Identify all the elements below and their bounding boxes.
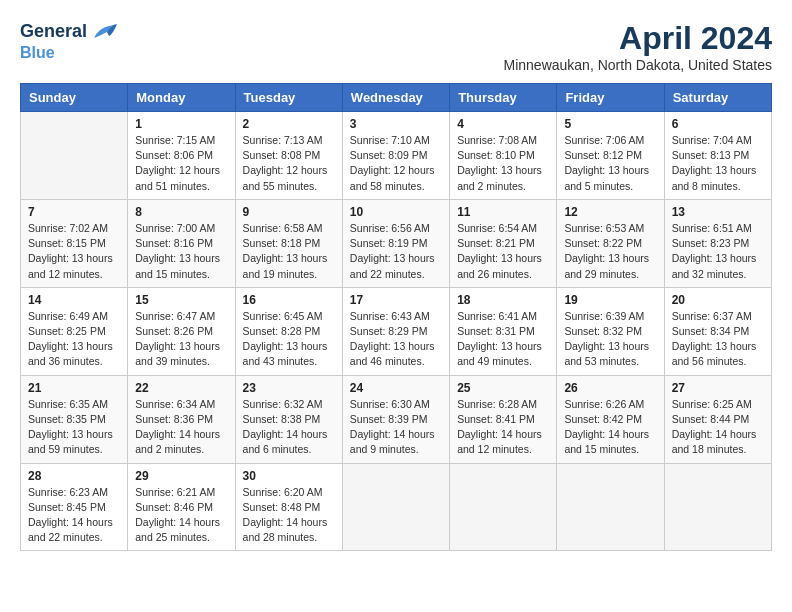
column-header-sunday: Sunday (21, 84, 128, 112)
day-number: 21 (28, 381, 120, 395)
column-header-wednesday: Wednesday (342, 84, 449, 112)
calendar-cell: 1Sunrise: 7:15 AMSunset: 8:06 PMDaylight… (128, 112, 235, 200)
day-detail: Sunrise: 6:21 AMSunset: 8:46 PMDaylight:… (135, 485, 227, 546)
day-detail: Sunrise: 6:58 AMSunset: 8:18 PMDaylight:… (243, 221, 335, 282)
calendar-cell: 23Sunrise: 6:32 AMSunset: 8:38 PMDayligh… (235, 375, 342, 463)
day-detail: Sunrise: 6:30 AMSunset: 8:39 PMDaylight:… (350, 397, 442, 458)
calendar-cell: 2Sunrise: 7:13 AMSunset: 8:08 PMDaylight… (235, 112, 342, 200)
day-number: 7 (28, 205, 120, 219)
calendar-cell: 4Sunrise: 7:08 AMSunset: 8:10 PMDaylight… (450, 112, 557, 200)
main-title: April 2024 (504, 20, 772, 57)
day-number: 25 (457, 381, 549, 395)
day-detail: Sunrise: 6:56 AMSunset: 8:19 PMDaylight:… (350, 221, 442, 282)
day-number: 30 (243, 469, 335, 483)
day-detail: Sunrise: 6:26 AMSunset: 8:42 PMDaylight:… (564, 397, 656, 458)
day-number: 22 (135, 381, 227, 395)
day-detail: Sunrise: 7:15 AMSunset: 8:06 PMDaylight:… (135, 133, 227, 194)
subtitle: Minnewaukan, North Dakota, United States (504, 57, 772, 73)
day-detail: Sunrise: 6:28 AMSunset: 8:41 PMDaylight:… (457, 397, 549, 458)
day-number: 1 (135, 117, 227, 131)
calendar-cell: 7Sunrise: 7:02 AMSunset: 8:15 PMDaylight… (21, 199, 128, 287)
day-number: 11 (457, 205, 549, 219)
day-number: 27 (672, 381, 764, 395)
calendar-cell: 27Sunrise: 6:25 AMSunset: 8:44 PMDayligh… (664, 375, 771, 463)
day-number: 13 (672, 205, 764, 219)
calendar-header-row: SundayMondayTuesdayWednesdayThursdayFrid… (21, 84, 772, 112)
day-number: 20 (672, 293, 764, 307)
calendar-cell: 25Sunrise: 6:28 AMSunset: 8:41 PMDayligh… (450, 375, 557, 463)
calendar-cell: 24Sunrise: 6:30 AMSunset: 8:39 PMDayligh… (342, 375, 449, 463)
day-detail: Sunrise: 6:25 AMSunset: 8:44 PMDaylight:… (672, 397, 764, 458)
day-number: 2 (243, 117, 335, 131)
title-area: April 2024 Minnewaukan, North Dakota, Un… (504, 20, 772, 73)
day-number: 26 (564, 381, 656, 395)
calendar-cell: 10Sunrise: 6:56 AMSunset: 8:19 PMDayligh… (342, 199, 449, 287)
calendar-cell: 14Sunrise: 6:49 AMSunset: 8:25 PMDayligh… (21, 287, 128, 375)
calendar-cell: 30Sunrise: 6:20 AMSunset: 8:48 PMDayligh… (235, 463, 342, 551)
day-number: 16 (243, 293, 335, 307)
column-header-monday: Monday (128, 84, 235, 112)
calendar-cell: 21Sunrise: 6:35 AMSunset: 8:35 PMDayligh… (21, 375, 128, 463)
day-number: 24 (350, 381, 442, 395)
logo-bird-icon (89, 20, 119, 44)
calendar-cell: 29Sunrise: 6:21 AMSunset: 8:46 PMDayligh… (128, 463, 235, 551)
logo-blue-text: Blue (20, 44, 119, 62)
calendar-cell: 12Sunrise: 6:53 AMSunset: 8:22 PMDayligh… (557, 199, 664, 287)
calendar-cell (450, 463, 557, 551)
calendar-cell (664, 463, 771, 551)
day-number: 14 (28, 293, 120, 307)
calendar-cell: 11Sunrise: 6:54 AMSunset: 8:21 PMDayligh… (450, 199, 557, 287)
page-header: General Blue April 2024 Minnewaukan, Nor… (20, 20, 772, 73)
calendar-week-4: 21Sunrise: 6:35 AMSunset: 8:35 PMDayligh… (21, 375, 772, 463)
day-number: 4 (457, 117, 549, 131)
day-detail: Sunrise: 6:53 AMSunset: 8:22 PMDaylight:… (564, 221, 656, 282)
calendar-table: SundayMondayTuesdayWednesdayThursdayFrid… (20, 83, 772, 551)
day-detail: Sunrise: 7:08 AMSunset: 8:10 PMDaylight:… (457, 133, 549, 194)
day-number: 17 (350, 293, 442, 307)
calendar-cell: 19Sunrise: 6:39 AMSunset: 8:32 PMDayligh… (557, 287, 664, 375)
day-number: 12 (564, 205, 656, 219)
calendar-cell: 3Sunrise: 7:10 AMSunset: 8:09 PMDaylight… (342, 112, 449, 200)
day-detail: Sunrise: 7:04 AMSunset: 8:13 PMDaylight:… (672, 133, 764, 194)
calendar-cell: 5Sunrise: 7:06 AMSunset: 8:12 PMDaylight… (557, 112, 664, 200)
day-number: 18 (457, 293, 549, 307)
calendar-cell (21, 112, 128, 200)
day-detail: Sunrise: 7:06 AMSunset: 8:12 PMDaylight:… (564, 133, 656, 194)
calendar-cell: 28Sunrise: 6:23 AMSunset: 8:45 PMDayligh… (21, 463, 128, 551)
calendar-week-2: 7Sunrise: 7:02 AMSunset: 8:15 PMDaylight… (21, 199, 772, 287)
day-detail: Sunrise: 7:00 AMSunset: 8:16 PMDaylight:… (135, 221, 227, 282)
day-number: 19 (564, 293, 656, 307)
day-detail: Sunrise: 6:32 AMSunset: 8:38 PMDaylight:… (243, 397, 335, 458)
day-detail: Sunrise: 7:13 AMSunset: 8:08 PMDaylight:… (243, 133, 335, 194)
logo: General Blue (20, 20, 119, 62)
logo-text: General (20, 20, 119, 44)
day-detail: Sunrise: 6:43 AMSunset: 8:29 PMDaylight:… (350, 309, 442, 370)
calendar-cell: 26Sunrise: 6:26 AMSunset: 8:42 PMDayligh… (557, 375, 664, 463)
day-number: 3 (350, 117, 442, 131)
calendar-cell: 6Sunrise: 7:04 AMSunset: 8:13 PMDaylight… (664, 112, 771, 200)
day-detail: Sunrise: 6:39 AMSunset: 8:32 PMDaylight:… (564, 309, 656, 370)
day-detail: Sunrise: 6:41 AMSunset: 8:31 PMDaylight:… (457, 309, 549, 370)
day-number: 29 (135, 469, 227, 483)
column-header-saturday: Saturday (664, 84, 771, 112)
calendar-cell (342, 463, 449, 551)
day-number: 6 (672, 117, 764, 131)
day-detail: Sunrise: 6:37 AMSunset: 8:34 PMDaylight:… (672, 309, 764, 370)
calendar-cell: 17Sunrise: 6:43 AMSunset: 8:29 PMDayligh… (342, 287, 449, 375)
calendar-week-5: 28Sunrise: 6:23 AMSunset: 8:45 PMDayligh… (21, 463, 772, 551)
column-header-friday: Friday (557, 84, 664, 112)
calendar-cell: 13Sunrise: 6:51 AMSunset: 8:23 PMDayligh… (664, 199, 771, 287)
calendar-cell: 8Sunrise: 7:00 AMSunset: 8:16 PMDaylight… (128, 199, 235, 287)
calendar-cell: 16Sunrise: 6:45 AMSunset: 8:28 PMDayligh… (235, 287, 342, 375)
calendar-cell (557, 463, 664, 551)
day-detail: Sunrise: 6:45 AMSunset: 8:28 PMDaylight:… (243, 309, 335, 370)
calendar-week-1: 1Sunrise: 7:15 AMSunset: 8:06 PMDaylight… (21, 112, 772, 200)
day-detail: Sunrise: 6:51 AMSunset: 8:23 PMDaylight:… (672, 221, 764, 282)
day-number: 10 (350, 205, 442, 219)
day-detail: Sunrise: 7:02 AMSunset: 8:15 PMDaylight:… (28, 221, 120, 282)
column-header-thursday: Thursday (450, 84, 557, 112)
day-detail: Sunrise: 6:47 AMSunset: 8:26 PMDaylight:… (135, 309, 227, 370)
calendar-cell: 20Sunrise: 6:37 AMSunset: 8:34 PMDayligh… (664, 287, 771, 375)
calendar-cell: 9Sunrise: 6:58 AMSunset: 8:18 PMDaylight… (235, 199, 342, 287)
day-number: 5 (564, 117, 656, 131)
